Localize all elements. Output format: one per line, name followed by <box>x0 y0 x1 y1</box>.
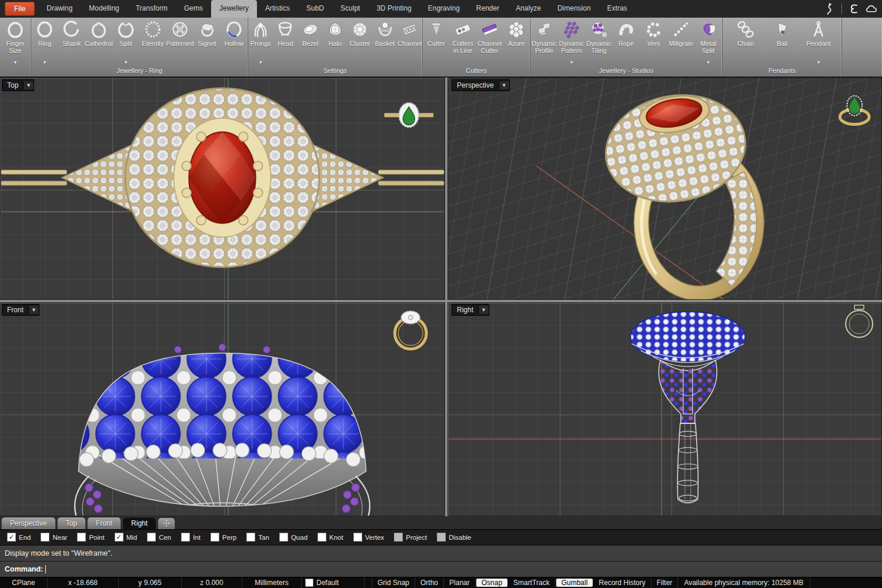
viewport-label-top[interactable]: Top ▼ <box>2 79 34 91</box>
ribbon-button-dynamic-pattern[interactable]: Dynamic Pattern▾ <box>558 19 585 65</box>
ribbon-button-channel[interactable]: Channel <box>397 19 422 65</box>
dropdown-caret-icon[interactable]: ▾ <box>707 59 710 65</box>
checkbox-disable[interactable] <box>437 533 446 542</box>
checkbox-tan[interactable] <box>246 533 255 542</box>
statusbar-millimeters[interactable]: Millimeters <box>242 577 302 588</box>
perspective-viewport-canvas[interactable] <box>448 78 881 299</box>
menu-item-artistics[interactable]: Artistics <box>257 0 298 18</box>
ribbon-button-cluster[interactable]: Cluster <box>348 19 372 65</box>
ribbon-button-pendant[interactable]: Pendant▾ <box>805 19 832 65</box>
ribbon-button-veni[interactable]: Veni <box>640 19 667 65</box>
checkbox-knot[interactable] <box>318 533 326 542</box>
menu-item-dimension[interactable]: Dimension <box>549 0 599 18</box>
menu-item-3d-printing[interactable]: 3D Printing <box>368 0 419 18</box>
ribbon-button-split[interactable]: Split▾ <box>112 19 139 65</box>
ribbon-button-ring[interactable]: Ring▾ <box>31 19 58 65</box>
ribbon-button-head[interactable]: Head <box>273 19 298 65</box>
ribbon-button-millgrain[interactable]: Millgrain <box>667 19 694 65</box>
checkbox-cen[interactable] <box>147 533 156 542</box>
checkbox-end[interactable]: ✓ <box>7 533 16 542</box>
viewport-top[interactable]: Top ▼ <box>0 78 445 300</box>
statusbar-toggle-record-history[interactable]: Record History <box>593 577 651 588</box>
osnap-perp[interactable]: Perp <box>211 533 236 542</box>
osnap-int[interactable]: Int <box>181 533 201 542</box>
statusbar-z-0-000[interactable]: z 0.000 <box>182 577 242 588</box>
viewport-label-front[interactable]: Front ▼ <box>2 304 39 316</box>
menu-item-engraving[interactable]: Engraving <box>420 0 468 18</box>
viewport-perspective[interactable]: Perspective ▼ <box>447 78 882 300</box>
dropdown-caret-icon[interactable]: ▾ <box>125 59 128 65</box>
chevron-down-icon[interactable]: ▼ <box>478 306 489 314</box>
ribbon-button-bail[interactable]: Bail <box>769 19 796 65</box>
ring-model-front-view[interactable] <box>71 344 373 516</box>
checkbox-int[interactable] <box>181 533 190 542</box>
command-input-row[interactable]: Command: <box>0 561 882 577</box>
checkbox-project[interactable] <box>394 533 403 542</box>
chevron-down-icon[interactable]: ▼ <box>499 81 509 89</box>
small-ring-model-right-view[interactable] <box>846 305 873 338</box>
small-ring-model-front-view[interactable] <box>395 311 426 349</box>
statusbar-toggle-smarttrack[interactable]: SmartTrack <box>508 577 556 588</box>
osnap-near[interactable]: Near <box>41 533 67 542</box>
statusbar-y-9-065[interactable]: y 9.065 <box>119 577 182 588</box>
checkbox-point[interactable] <box>77 533 86 542</box>
ribbon-button-halo[interactable]: Halo <box>323 19 348 65</box>
statusbar-toggle-gumball[interactable]: Gumball <box>556 579 593 587</box>
ribbon-button-metal-split[interactable]: Metal Split▾ <box>695 19 722 65</box>
statusbar-toggle-filter[interactable]: Filter <box>652 577 679 588</box>
epsilon-logo-icon[interactable] <box>848 3 860 15</box>
ribbon-button-cutters-in-line[interactable]: Cutters in Line <box>450 19 477 65</box>
statusbar-toggle-ortho[interactable]: Ortho <box>415 577 444 588</box>
osnap-quad[interactable]: Quad <box>279 533 308 542</box>
dropdown-caret-icon[interactable]: ▾ <box>570 59 573 65</box>
ring-model-right-view[interactable] <box>630 312 745 503</box>
front-viewport-canvas[interactable] <box>1 303 445 516</box>
statusbar-layer[interactable]: Default <box>302 577 365 588</box>
menu-item-sculpt[interactable]: Sculpt <box>332 0 368 18</box>
file-menu-button[interactable]: File <box>5 2 35 16</box>
ribbon-button-channel-cutter[interactable]: Channel Cutter <box>476 19 503 65</box>
statusbar-x-18-668[interactable]: x -18.668 <box>48 577 119 588</box>
viewport-label-right[interactable]: Right ▼ <box>452 304 489 316</box>
menu-item-drawing[interactable]: Drawing <box>38 0 81 18</box>
viewport-right[interactable]: Right ▼ <box>447 302 882 516</box>
ribbon-button-eternity[interactable]: Eternity <box>139 19 166 65</box>
menu-item-subd[interactable]: SubD <box>298 0 332 18</box>
menu-item-analyze[interactable]: Analyze <box>507 0 549 18</box>
statusbar-toggle-planar[interactable]: Planar <box>444 577 476 588</box>
ribbon-button-azure[interactable]: Azure <box>503 19 530 65</box>
dropdown-caret-icon[interactable]: ▾ <box>44 59 46 65</box>
menu-item-modelling[interactable]: Modelling <box>81 0 127 18</box>
ribbon-button-dynamic-tiling[interactable]: Dynamic Tiling <box>586 19 613 65</box>
dropdown-caret-icon[interactable]: ▾ <box>817 59 820 65</box>
osnap-cen[interactable]: Cen <box>147 533 171 542</box>
osnap-project[interactable]: Project <box>394 533 427 542</box>
menu-item-extras[interactable]: Extras <box>599 0 636 18</box>
ribbon-button-chain[interactable]: Chain <box>732 19 759 65</box>
viewport-front[interactable]: Front ▼ <box>0 302 445 516</box>
chevron-down-icon[interactable]: ▼ <box>28 306 39 314</box>
viewport-tab-front[interactable]: Front <box>87 517 121 529</box>
ribbon-button-dynamic-profile[interactable]: Dynamic Profile <box>531 19 558 65</box>
ribbon-button-rope[interactable]: Rope <box>613 19 640 65</box>
osnap-end[interactable]: ✓End <box>7 533 31 542</box>
statusbar-toggle-osnap[interactable]: Osnap <box>476 579 507 587</box>
osnap-mid[interactable]: ✓Mid <box>115 533 138 542</box>
viewport-label-perspective[interactable]: Perspective ▼ <box>452 79 510 91</box>
osnap-point[interactable]: Point <box>77 533 104 542</box>
checkbox-quad[interactable] <box>279 533 288 542</box>
checkbox-vertex[interactable] <box>353 533 362 542</box>
checkbox-mid[interactable]: ✓ <box>115 533 123 542</box>
checkbox-near[interactable] <box>41 533 49 542</box>
ribbon-button-signet[interactable]: Signet <box>193 19 220 65</box>
right-viewport-canvas[interactable] <box>448 303 881 516</box>
menu-item-transform[interactable]: Transform <box>128 0 176 18</box>
ribbon-button-shank[interactable]: Shank <box>58 19 85 65</box>
dropdown-caret-icon[interactable]: ▾ <box>259 59 262 65</box>
ribbon-button-prongs[interactable]: Prongs▾ <box>248 19 273 65</box>
osnap-tan[interactable]: Tan <box>246 533 269 542</box>
ribbon-button-basket[interactable]: Basket <box>372 19 397 65</box>
small-ring-model-perspective-view[interactable] <box>840 96 869 125</box>
ribbon-button-cutter[interactable]: Cutter <box>423 19 450 65</box>
statusbar-cplane[interactable]: CPlane <box>0 577 48 588</box>
